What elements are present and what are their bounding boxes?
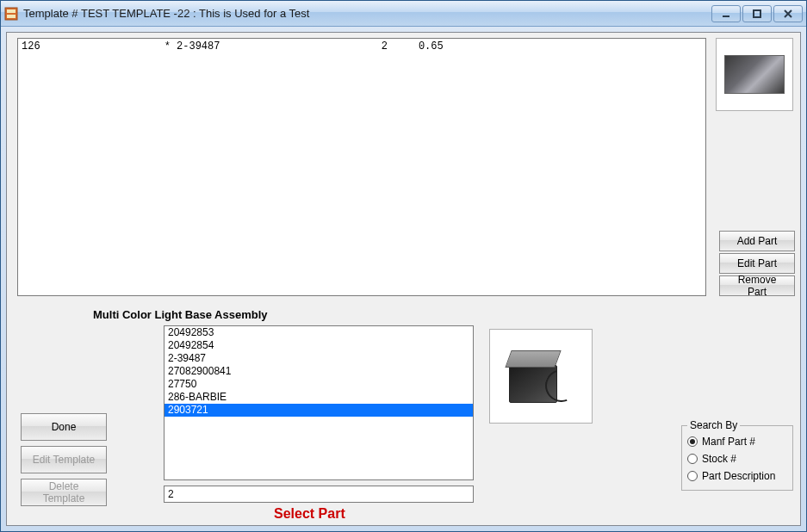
search-by-option[interactable]: Part Description — [687, 467, 787, 485]
template-part-thumbnail — [716, 38, 793, 111]
maximize-button[interactable] — [742, 5, 772, 22]
done-button[interactable]: Done — [21, 413, 107, 441]
part-list-item[interactable]: 20492854 — [165, 339, 473, 352]
minimize-icon — [721, 9, 731, 19]
search-by-option[interactable]: Manf Part # — [687, 433, 787, 450]
part-list-item[interactable]: 27750 — [165, 378, 473, 391]
search-by-legend: Search By — [687, 419, 740, 431]
close-icon — [783, 9, 793, 19]
select-part-label: Select Part — [274, 506, 345, 522]
part-list-item[interactable]: 27082900841 — [165, 365, 473, 378]
part-list-item[interactable]: 2-39487 — [165, 352, 473, 365]
part-action-buttons: Add Part Edit Part Remove Part — [719, 231, 795, 296]
part-list-item[interactable]: 286-BARBIE — [165, 391, 473, 404]
search-by-option[interactable]: Stock # — [687, 450, 787, 467]
part-list-item[interactable]: 2903721 — [165, 404, 473, 417]
template-parts-list[interactable]: 126 * 2-39487 2 0.65 — [17, 38, 706, 296]
svg-rect-3 — [723, 15, 729, 17]
part-search-input[interactable] — [164, 486, 474, 503]
search-by-group: Search By Manf Part #Stock #Part Descrip… — [681, 425, 793, 491]
add-part-button[interactable]: Add Part — [719, 231, 795, 251]
svg-rect-4 — [754, 10, 760, 17]
radio-icon — [687, 471, 698, 481]
edit-part-button[interactable]: Edit Part — [719, 253, 795, 274]
template-action-buttons: Done Edit Template Delete Template — [21, 413, 107, 506]
app-icon — [4, 7, 18, 21]
maximize-icon — [752, 9, 762, 19]
client-area: 126 * 2-39487 2 0.65 Add Part Edit Part … — [6, 32, 801, 526]
window-controls — [711, 5, 803, 22]
search-by-option-label: Part Description — [702, 470, 775, 482]
window-title: Template # TEST TEMPLATE -22 : This is U… — [23, 7, 711, 20]
part-list-item[interactable]: 20492853 — [165, 326, 473, 339]
delete-template-button[interactable]: Delete Template — [21, 479, 107, 506]
remove-part-button[interactable]: Remove Part — [719, 275, 795, 296]
assembly-label: Multi Color Light Base Assembly — [93, 308, 268, 321]
part-picker-list[interactable]: 20492853204928542-3948727082900841277502… — [164, 325, 474, 480]
titlebar: Template # TEST TEMPLATE -22 : This is U… — [1, 1, 806, 27]
app-window: Template # TEST TEMPLATE -22 : This is U… — [0, 0, 807, 532]
search-by-option-label: Stock # — [702, 453, 736, 465]
minimize-button[interactable] — [711, 5, 741, 22]
radio-icon — [687, 436, 698, 447]
close-button[interactable] — [773, 5, 803, 22]
svg-rect-1 — [7, 9, 16, 13]
svg-rect-2 — [7, 15, 16, 18]
edit-template-button[interactable]: Edit Template — [21, 446, 107, 473]
radio-icon — [687, 454, 698, 464]
thumbnail-placeholder-icon — [724, 55, 785, 94]
search-by-option-label: Manf Part # — [702, 436, 755, 448]
selected-part-thumbnail — [489, 329, 593, 424]
